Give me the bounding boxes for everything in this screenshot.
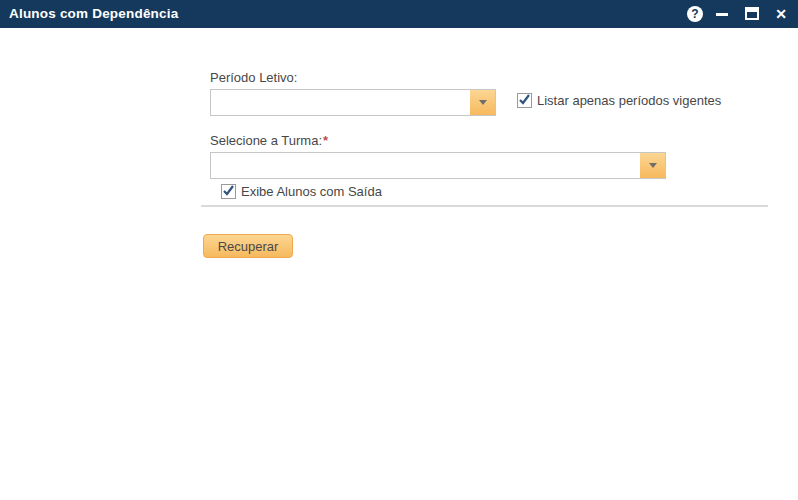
turma-dropdown-button[interactable] (640, 153, 665, 178)
exibe-saida-label: Exibe Alunos com Saída (241, 184, 382, 199)
turma-label-text: Selecione a Turma: (210, 133, 322, 148)
close-icon: ✕ (775, 6, 787, 22)
help-button[interactable]: ? (687, 6, 703, 22)
divider (201, 205, 768, 207)
titlebar: Alunos com Dependência ? ✕ (0, 0, 798, 28)
window-title: Alunos com Dependência (9, 0, 178, 28)
window-restore-icon (745, 7, 759, 20)
help-icon: ? (691, 7, 698, 21)
turma-input[interactable] (211, 153, 650, 178)
checkmark-icon (221, 182, 237, 198)
minimize-button[interactable] (714, 6, 730, 22)
periodo-letivo-combobox (210, 89, 496, 116)
close-button[interactable]: ✕ (772, 5, 790, 23)
periodo-letivo-label: Período Letivo: (210, 70, 297, 85)
app-window: Alunos com Dependência ? ✕ Período Letiv… (0, 0, 798, 500)
required-asterisk: * (323, 133, 328, 148)
exibe-saida-checkbox[interactable] (221, 184, 236, 199)
chevron-down-icon (479, 100, 487, 105)
minimize-icon (716, 13, 728, 16)
recuperar-button[interactable]: Recuperar (203, 234, 293, 258)
turma-label: Selecione a Turma:* (210, 133, 328, 148)
maximize-restore-button[interactable] (744, 6, 760, 22)
checkmark-icon (517, 91, 533, 107)
chevron-down-icon (649, 163, 657, 168)
periodo-letivo-input[interactable] (211, 90, 480, 115)
listar-vigentes-label: Listar apenas períodos vigentes (537, 93, 721, 108)
listar-vigentes-checkbox[interactable] (517, 93, 532, 108)
periodo-letivo-dropdown-button[interactable] (470, 90, 495, 115)
turma-combobox (210, 152, 666, 179)
